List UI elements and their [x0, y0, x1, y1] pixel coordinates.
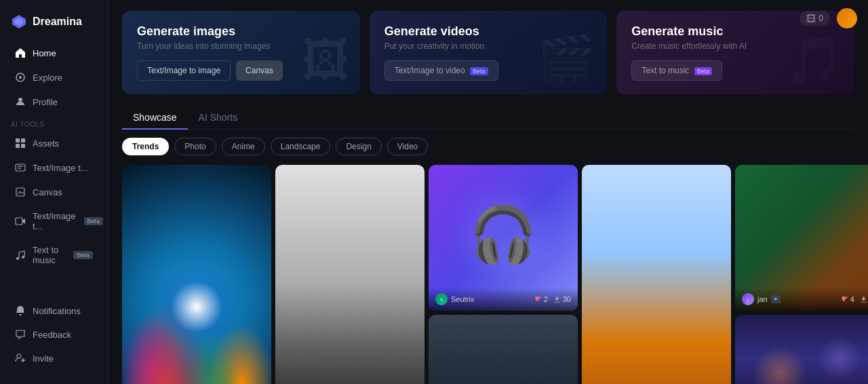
gallery-item-halloween[interactable]: j jan ✦ 4 31 — [735, 165, 868, 311]
text-image-icon — [15, 162, 26, 173]
filter-trends[interactable]: Trends — [122, 138, 169, 155]
text-image-video-icon — [15, 216, 26, 227]
text-to-music-badge: Beta — [73, 251, 93, 259]
svg-rect-6 — [21, 138, 25, 142]
assets-icon — [15, 138, 26, 149]
filter-photo[interactable]: Photo — [174, 138, 216, 155]
logo-text: Dreamina — [33, 16, 82, 28]
profile-icon — [15, 96, 26, 107]
text-image-to-video-button[interactable]: Text/Image to video Beta — [384, 60, 498, 81]
svg-point-14 — [16, 257, 19, 260]
gallery-stats-halloween: 4 31 — [841, 295, 868, 303]
logo[interactable]: Dreamina — [0, 8, 108, 41]
sidebar-item-profile[interactable]: Profile — [4, 90, 104, 113]
filter-pills: Trends Photo Anime Landscape Design Vide… — [122, 138, 854, 155]
videos-bg-icon: 🎬 — [537, 32, 596, 88]
heart-icon-headphones — [534, 296, 542, 303]
sidebar-item-home[interactable]: Home — [4, 41, 104, 64]
svg-rect-5 — [16, 138, 20, 142]
music-bg-icon: 🎵 — [785, 32, 844, 88]
sidebar-item-text-image-video-label: Text/Image t... — [33, 211, 76, 231]
text-image-video-badge: Beta — [84, 217, 104, 225]
sidebar-item-text-image-video[interactable]: Text/Image t... Beta — [4, 205, 104, 237]
svg-point-15 — [22, 256, 24, 258]
canvas-button[interactable]: Canvas — [236, 60, 283, 81]
generate-images-card: Generate images Turn your ideas into stu… — [122, 11, 360, 94]
images-bg-icon: 🖼 — [302, 33, 349, 88]
generate-videos-card: Generate videos Put your creativity in m… — [370, 11, 608, 94]
bell-icon — [15, 305, 26, 316]
text-to-music-button[interactable]: Text to music Beta — [631, 60, 722, 81]
svg-point-4 — [18, 98, 22, 102]
tab-showcase[interactable]: Showcase — [122, 108, 188, 130]
download-icon-halloween — [860, 296, 867, 303]
sidebar-item-explore[interactable]: Explore — [4, 66, 104, 89]
sidebar-item-text-image[interactable]: Text/Image t... — [4, 156, 104, 179]
filter-design[interactable]: Design — [336, 138, 381, 155]
gallery-overlay-halloween: j jan ✦ 4 31 — [735, 288, 868, 311]
sidebar-item-assets-label: Assets — [33, 138, 59, 149]
invite-icon — [15, 353, 26, 364]
sidebar-item-feedback[interactable]: Feedback — [4, 323, 104, 346]
svg-rect-9 — [16, 164, 25, 171]
notification-count: 0 — [818, 14, 823, 23]
filter-video[interactable]: Video — [387, 138, 428, 155]
svg-rect-8 — [21, 144, 25, 148]
sidebar-item-explore-label: Explore — [33, 73, 62, 83]
filter-anime[interactable]: Anime — [222, 138, 265, 155]
avatar-jan: j — [742, 293, 754, 305]
tab-ai-shorts[interactable]: AI Shorts — [188, 108, 249, 130]
filter-landscape[interactable]: Landscape — [271, 138, 331, 155]
sidebar-item-canvas-label: Canvas — [33, 187, 62, 197]
sidebar-item-invite-label: Invite — [33, 353, 54, 364]
sidebar-item-text-to-music-label: Text to music — [33, 245, 65, 265]
svg-point-16 — [17, 354, 21, 358]
logo-icon — [11, 14, 27, 30]
gallery-item-eye[interactable]: d dlRa 14 40 — [122, 165, 271, 384]
home-icon — [15, 47, 26, 58]
globe-icon — [806, 14, 816, 23]
gallery-user-seutrix: s Seutrix — [435, 293, 474, 305]
notification-button[interactable]: 0 — [800, 11, 830, 26]
sidebar-item-assets[interactable]: Assets — [4, 132, 104, 155]
sidebar-item-notifications[interactable]: Notifications — [4, 299, 104, 322]
svg-point-3 — [19, 76, 22, 79]
svg-rect-7 — [16, 144, 20, 148]
sidebar-item-profile-label: Profile — [33, 97, 58, 107]
explore-icon — [15, 72, 26, 83]
gallery-stats-headphones: 2 30 — [534, 295, 571, 303]
sidebar-item-notifications-label: Notifications — [33, 306, 81, 316]
main-content: Generate images Turn your ideas into stu… — [108, 0, 868, 384]
sidebar-item-home-label: Home — [33, 48, 56, 58]
jan-badge: ✦ — [771, 295, 781, 303]
sidebar-item-text-image-label: Text/Image t... — [33, 163, 88, 173]
username-jan: jan — [757, 295, 768, 303]
svg-rect-13 — [16, 218, 22, 225]
sidebar-item-canvas[interactable]: Canvas — [4, 180, 104, 204]
sidebar-item-feedback-label: Feedback — [33, 330, 71, 340]
gallery-item-robot[interactable]: L Lemon051 7 70 — [582, 165, 731, 384]
username-seutrix: Seutrix — [451, 295, 474, 303]
ai-tools-label: AI tools — [0, 114, 108, 131]
gallery-item-clouds[interactable] — [429, 315, 578, 384]
feature-cards: Generate images Turn your ideas into stu… — [122, 11, 854, 94]
feedback-icon — [15, 329, 26, 340]
gallery-item-headphones[interactable]: s Seutrix 2 30 — [429, 165, 578, 311]
user-avatar[interactable] — [837, 8, 857, 28]
text-image-to-image-button[interactable]: Text/Image to image — [137, 60, 231, 81]
heart-icon-halloween — [841, 296, 848, 303]
gallery: d dlRa 14 40 — [122, 165, 854, 384]
canvas-icon — [15, 187, 26, 197]
music-beta-badge: Beta — [694, 67, 713, 75]
download-icon-headphones — [553, 296, 561, 303]
sidebar: Dreamina Home Explore Profile AI tools A… — [0, 0, 108, 384]
sidebar-item-invite[interactable]: Invite — [4, 347, 104, 370]
gallery-item-night-city[interactable] — [735, 315, 868, 384]
sidebar-item-text-to-music[interactable]: Text to music Beta — [4, 239, 104, 271]
avatar-seutrix: s — [435, 293, 448, 305]
music-icon — [15, 250, 26, 261]
gallery-item-woman-city[interactable] — [275, 165, 425, 384]
gallery-overlay-headphones: s Seutrix 2 30 — [429, 288, 578, 311]
video-beta-badge: Beta — [470, 67, 488, 75]
gallery-user-jan: j jan ✦ — [742, 293, 781, 305]
